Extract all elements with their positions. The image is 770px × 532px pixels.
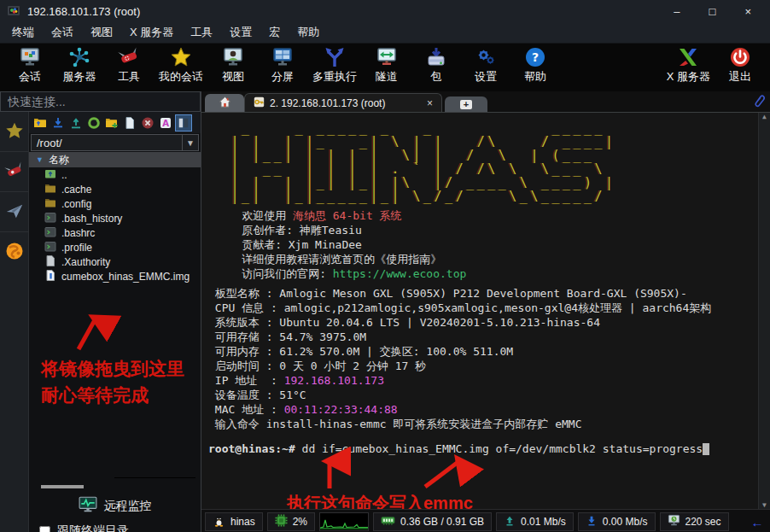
name-column-header[interactable]: ▼ 名称	[29, 152, 201, 167]
toolbar-label: 视图	[222, 69, 244, 85]
maximize-button[interactable]: □	[709, 5, 716, 18]
toolbar-button-exit[interactable]: 退出	[715, 45, 765, 85]
terminal-scrollbar[interactable]: ▲ ▼	[758, 113, 770, 509]
delete-icon[interactable]	[140, 115, 155, 131]
toolbar-label: 服务器	[63, 69, 96, 85]
toolbar-button-split[interactable]: 分屏	[258, 45, 307, 85]
menu-item-4[interactable]: 工具	[182, 25, 221, 40]
toolbar-button-multiexec[interactable]: 多重执行	[307, 45, 362, 85]
download-icon[interactable]	[50, 115, 66, 131]
cpu-status: 2%	[267, 512, 315, 531]
help-icon: ?	[524, 46, 546, 68]
servers-icon	[68, 46, 90, 68]
star-icon	[4, 120, 25, 143]
tab-close-icon[interactable]: ×	[415, 97, 433, 109]
key-icon	[254, 96, 265, 110]
menu-bar: 终端会话视图X 服务器工具设置宏帮助	[0, 22, 770, 44]
menu-item-2[interactable]: 视图	[82, 25, 121, 40]
sysinfo-line: 系统版本 : Ubuntu 20.04.6 LTS | V20240201-5.…	[208, 315, 770, 330]
command-line[interactable]: root@hinas:~# dd if=cumebox_hinas_EMMC.i…	[208, 441, 770, 456]
sysinfo-line: CPU 信息 : amlogic,p212amlogic,s905xamlogi…	[208, 301, 770, 315]
minimize-button[interactable]: –	[674, 5, 680, 18]
toolbar-button-packages[interactable]: 包	[411, 45, 461, 85]
current-path: /root/	[37, 137, 62, 149]
cpu-history-graph	[319, 512, 369, 531]
file-row[interactable]: .bashrc	[29, 225, 201, 240]
sysinfo-line: 启动时间 : 0 天 0 小时 2 分钟 17 秒	[208, 359, 770, 373]
toolbar-label: 帮助	[524, 69, 546, 85]
home-tab[interactable]	[205, 94, 244, 112]
toolbar-button-servers[interactable]: 服务器	[55, 45, 104, 85]
packages-icon	[425, 46, 447, 68]
app-logo-icon	[7, 4, 20, 18]
toolbar-button-tunnel[interactable]: 隧道	[362, 45, 411, 85]
new-file-icon[interactable]	[122, 115, 137, 131]
multiexec-icon	[324, 46, 346, 68]
refresh-icon[interactable]	[86, 115, 102, 131]
toolbar-button-my-sessions[interactable]: 我的会话	[154, 45, 208, 85]
menu-item-0[interactable]: 终端	[3, 25, 43, 40]
toolbar-button-tools[interactable]: 工具	[104, 45, 154, 85]
sessions-send-tab[interactable]	[0, 192, 28, 232]
paperclip-icon[interactable]	[752, 94, 767, 111]
file-row[interactable]: cumebox_hinas_EMMC.img	[29, 269, 201, 284]
menu-item-1[interactable]: 会话	[43, 25, 82, 40]
timer-monitor-icon	[668, 514, 680, 529]
host-status: hinas	[205, 512, 263, 531]
menu-item-3[interactable]: X 服务器	[121, 25, 182, 40]
new-folder-icon[interactable]	[104, 115, 120, 131]
svg-text:A: A	[162, 119, 169, 128]
tunnel-icon	[376, 46, 398, 68]
session-icon	[19, 46, 41, 68]
tools-tab[interactable]	[0, 152, 28, 192]
toolbar-button-session[interactable]: 会话	[5, 45, 55, 85]
scroll-up-icon[interactable]: ▲	[762, 113, 767, 120]
globe-icon	[5, 242, 24, 263]
file-img-icon	[44, 269, 56, 284]
file-row[interactable]: .bash_history	[29, 211, 201, 225]
sidebar-icon-strip	[0, 112, 29, 532]
shell-prompt: root@hinas:~#	[208, 442, 302, 455]
file-row[interactable]: .config	[29, 196, 201, 211]
toolbar-label: 设置	[475, 69, 497, 85]
nav-left-icon[interactable]: ←	[751, 515, 764, 529]
path-dropdown[interactable]: /root/ ▼	[31, 134, 199, 151]
folder-up-icon[interactable]	[32, 115, 48, 131]
rename-icon[interactable]: A	[158, 115, 173, 131]
sysinfo-line: 可用内存 : 61.2% 570.0M | 交换区: 100.0% 511.0M	[208, 344, 770, 359]
toolbar-button-view[interactable]: 视图	[208, 45, 258, 85]
toolbar-label: 会话	[19, 69, 41, 85]
menu-item-7[interactable]: 帮助	[289, 25, 328, 40]
remote-monitoring-button[interactable]: 远程监控	[29, 496, 201, 516]
toolbar-button-settings[interactable]: 设置	[461, 45, 510, 85]
panel-toggle-icon[interactable]	[176, 115, 191, 131]
terminal[interactable]: _ _ _____ _ _ _____ | | | |_ _| \ | | /\…	[201, 113, 770, 509]
menu-item-5[interactable]: 设置	[221, 25, 260, 40]
upload-arrow-icon	[504, 515, 516, 529]
typed-command: dd if=cumebox_hinas_EMMC.img of=/dev/mmc…	[302, 442, 703, 455]
tab-label: 2. 192.168.101.173 (root)	[270, 97, 385, 109]
toolbar-button-xserver[interactable]: X 服务器	[662, 45, 715, 85]
install-hint-line: 输入命令 install-hinas-emmc 即可将系统安装进盒子内部存贮 e…	[208, 417, 770, 431]
sort-triangle-icon: ▼	[36, 155, 44, 164]
file-row[interactable]: .Xauthority	[29, 254, 201, 269]
active-session-tab[interactable]: 2. 192.168.101.173 (root) ×	[244, 93, 442, 112]
close-button[interactable]: ×	[744, 5, 751, 18]
file-row[interactable]: ..	[29, 167, 201, 182]
quick-connect-input[interactable]	[0, 91, 201, 112]
favorites-tab[interactable]	[0, 112, 28, 152]
ascii-art-hinas: _ _ _____ _ _ _____ | | | |_ _| \ | | /\…	[220, 121, 770, 203]
file-row[interactable]: .cache	[29, 182, 201, 196]
upload-icon[interactable]	[68, 115, 84, 131]
web-tab[interactable]	[0, 232, 28, 272]
file-folder-up-icon	[44, 167, 56, 183]
new-tab-button[interactable]: +	[445, 96, 487, 112]
menu-item-6[interactable]: 宏	[260, 25, 289, 40]
toolbar-label: 多重执行	[312, 69, 357, 85]
scroll-down-icon[interactable]: ▼	[762, 501, 767, 509]
system-info-block: 板型名称 : Amlogic Meson GXL (S905X) P212 De…	[208, 286, 770, 417]
horizontal-scrollbar[interactable]	[41, 485, 84, 488]
follow-terminal-checkbox[interactable]	[39, 526, 50, 532]
file-row[interactable]: .profile	[29, 240, 201, 254]
toolbar-button-help[interactable]: ?帮助	[510, 45, 560, 85]
